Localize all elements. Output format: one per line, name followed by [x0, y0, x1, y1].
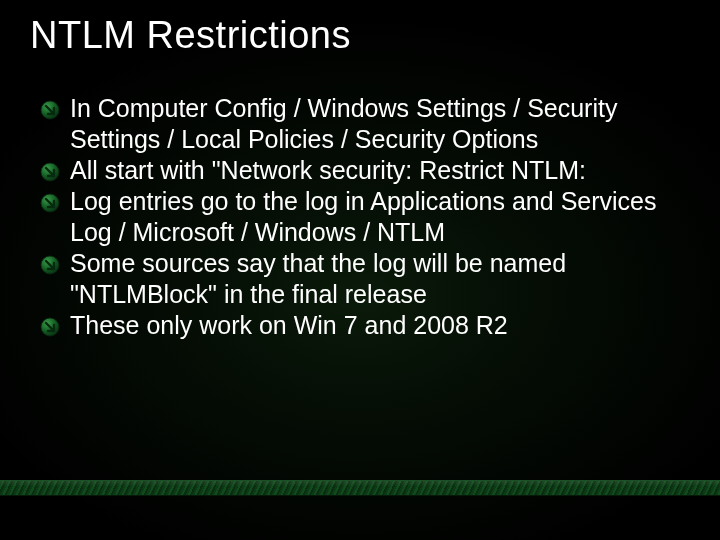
list-item: All start with "Network security: Restri… [40, 155, 670, 186]
footer-decorative-bar [0, 480, 720, 496]
slide-title: NTLM Restrictions [30, 14, 690, 57]
list-item: Log entries go to the log in Application… [40, 186, 670, 248]
arrow-bullet-icon [40, 317, 60, 337]
list-item: These only work on Win 7 and 2008 R2 [40, 310, 670, 341]
arrow-bullet-icon [40, 162, 60, 182]
arrow-bullet-icon [40, 193, 60, 213]
list-item: In Computer Config / Windows Settings / … [40, 93, 670, 155]
list-item-text: These only work on Win 7 and 2008 R2 [70, 310, 508, 341]
arrow-bullet-icon [40, 255, 60, 275]
list-item-text: Some sources say that the log will be na… [70, 248, 670, 310]
list-item: Some sources say that the log will be na… [40, 248, 670, 310]
slide-container: NTLM Restrictions In Computer Config [0, 0, 720, 540]
arrow-bullet-icon [40, 100, 60, 120]
list-item-text: All start with "Network security: Restri… [70, 155, 586, 186]
bullet-list: In Computer Config / Windows Settings / … [30, 93, 690, 341]
list-item-text: In Computer Config / Windows Settings / … [70, 93, 670, 155]
list-item-text: Log entries go to the log in Application… [70, 186, 670, 248]
